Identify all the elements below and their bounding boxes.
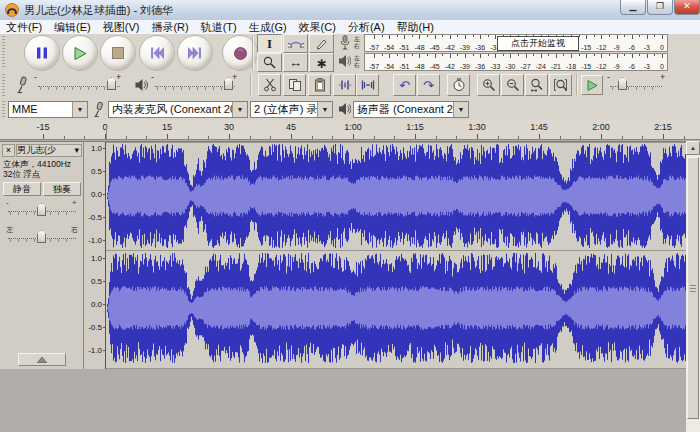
menu-item-3[interactable]: 播录(R) <box>145 20 194 34</box>
undo-button[interactable]: ↶ <box>393 74 416 96</box>
maximize-button[interactable]: ❐ <box>647 0 673 15</box>
zoom-tool-button[interactable] <box>257 53 282 72</box>
skip-to-start-icon <box>150 47 164 59</box>
pause-button[interactable] <box>24 35 60 71</box>
stop-button[interactable] <box>100 35 136 71</box>
mixer-toolbar-grip[interactable] <box>2 74 5 96</box>
menu-item-0[interactable]: 文件(F) <box>0 20 48 34</box>
track-close-button[interactable]: × <box>2 144 15 157</box>
skip-to-start-button[interactable] <box>139 35 175 71</box>
device-toolbar-grip[interactable] <box>2 101 5 117</box>
meter-tick <box>465 54 466 58</box>
play-button[interactable] <box>62 35 98 71</box>
dropdown-arrow-icon[interactable]: ▼ <box>232 102 247 117</box>
meter-tick <box>632 54 633 58</box>
meter-scale-number: -18 <box>566 63 576 70</box>
fit-selection-button[interactable] <box>525 74 548 96</box>
play-meter[interactable]: -57-54-51-48-45-42-39-36-33-30-27-24-21-… <box>364 53 668 71</box>
input-volume-plus-label: + <box>116 72 121 82</box>
meter-tick <box>601 54 602 58</box>
skip-to-end-button[interactable] <box>177 35 213 71</box>
transport-toolbar-grip[interactable] <box>2 36 5 68</box>
audio-host-dropdown[interactable]: MME ▼ <box>8 101 88 118</box>
meter-tick <box>419 35 420 39</box>
envelope-tool-button[interactable] <box>283 34 308 53</box>
input-volume-slider-thumb[interactable] <box>107 77 116 90</box>
envelope-tool-icon <box>288 38 304 50</box>
output-volume-slider[interactable] <box>155 86 235 88</box>
scrollbar-thumb[interactable] <box>687 157 699 419</box>
timeline-minor-tick <box>622 136 623 139</box>
meter-tick <box>389 54 390 58</box>
vertical-scrollbar[interactable]: ▲ <box>686 141 700 432</box>
sync-lock-button[interactable] <box>447 74 470 96</box>
output-device-dropdown[interactable]: 扬声器 (Conexant 20671 S ▼ <box>353 101 469 118</box>
menu-item-1[interactable]: 编辑(E) <box>48 20 97 34</box>
track-name-menu[interactable]: 男儿志(少 ▾ <box>16 144 82 157</box>
zoom-tool-icon <box>263 56 276 69</box>
dropdown-arrow-icon[interactable]: ▼ <box>453 102 468 117</box>
meter-tick-minor <box>457 35 458 37</box>
undo-icon: ↶ <box>399 78 410 93</box>
record-meter-mic-icon[interactable] <box>339 35 351 50</box>
play-at-speed-button[interactable] <box>581 75 603 95</box>
timeline-minor-tick <box>126 136 127 139</box>
solo-button[interactable]: 独奏 <box>43 182 81 196</box>
copy-button[interactable] <box>283 74 306 96</box>
paste-button[interactable] <box>308 74 331 96</box>
draw-tool-button[interactable] <box>309 34 334 53</box>
play-meter-speaker-icon[interactable] <box>338 54 351 68</box>
meter-tick-minor <box>442 54 443 56</box>
scroll-up-button[interactable]: ▲ <box>686 141 700 155</box>
track-collapse-button[interactable] <box>18 353 66 366</box>
meter-tick-minor <box>609 54 610 56</box>
menu-item-8[interactable]: 帮助(H) <box>391 20 440 34</box>
playback-speed-slider[interactable] <box>610 86 662 88</box>
trim-button[interactable] <box>333 74 356 96</box>
silence-button[interactable] <box>356 74 379 96</box>
meter-tick <box>586 54 587 58</box>
selection-tool-button[interactable]: I <box>257 34 282 53</box>
timeline-minor-tick <box>394 136 395 139</box>
close-button[interactable]: ✕ <box>674 0 700 15</box>
multi-tool-button[interactable]: ∗ <box>309 53 334 72</box>
time-shift-tool-button[interactable]: ↔ <box>283 53 308 72</box>
vertical-ruler[interactable]: 1.00.50.0-0.5-1.01.00.50.0-0.5-1.0 <box>85 142 105 369</box>
menu-item-6[interactable]: 效果(C) <box>293 20 342 34</box>
meter-tick <box>526 54 527 58</box>
meter-scale-number: -3 <box>644 44 650 51</box>
timeline-minor-tick <box>270 136 271 139</box>
timeline-minor-tick <box>642 136 643 139</box>
dropdown-arrow-icon[interactable]: ▼ <box>317 102 332 117</box>
gain-slider-thumb[interactable] <box>37 203 46 216</box>
input-channels-dropdown[interactable]: 2 (立体声) 录制 ▼ <box>250 101 333 118</box>
meter-tick-minor <box>639 35 640 37</box>
dropdown-arrow-icon[interactable]: ▼ <box>72 102 87 117</box>
input-device-mic-icon <box>93 101 106 118</box>
timeline-major-tick <box>353 134 354 139</box>
redo-button[interactable]: ↷ <box>417 74 440 96</box>
timeline-label: 2:15 <box>654 122 672 132</box>
menu-item-4[interactable]: 轨道(T) <box>195 20 243 34</box>
meter-tick <box>586 35 587 39</box>
meter-scale-number: -42 <box>445 63 455 70</box>
input-device-dropdown[interactable]: 内装麦克风 (Conexant 206 ▼ <box>108 101 248 118</box>
zoom-in-button[interactable] <box>477 74 500 96</box>
timeline-minor-tick <box>146 136 147 139</box>
menu-item-2[interactable]: 视图(V) <box>97 20 146 34</box>
timeline-ruler[interactable]: -1501530451:001:151:301:452:002:15 <box>0 120 700 140</box>
menu-item-7[interactable]: 分析(A) <box>342 20 391 34</box>
menu-item-5[interactable]: 生成(G) <box>243 20 293 34</box>
timeline-label: 1:30 <box>468 122 486 132</box>
waveform-canvas[interactable] <box>106 142 686 369</box>
zoom-out-button[interactable] <box>501 74 524 96</box>
playback-speed-slider-thumb[interactable] <box>618 77 627 90</box>
meter-scale-number: -15 <box>581 44 591 51</box>
mute-button[interactable]: 静音 <box>3 182 41 196</box>
cut-button[interactable] <box>258 74 281 96</box>
fit-project-button[interactable] <box>549 74 572 96</box>
pan-slider-thumb[interactable] <box>37 230 46 243</box>
zoom-out-icon <box>506 78 520 92</box>
monitor-tooltip[interactable]: 点击开始监视 <box>497 36 579 51</box>
minimize-button[interactable]: ▁ <box>620 0 646 15</box>
